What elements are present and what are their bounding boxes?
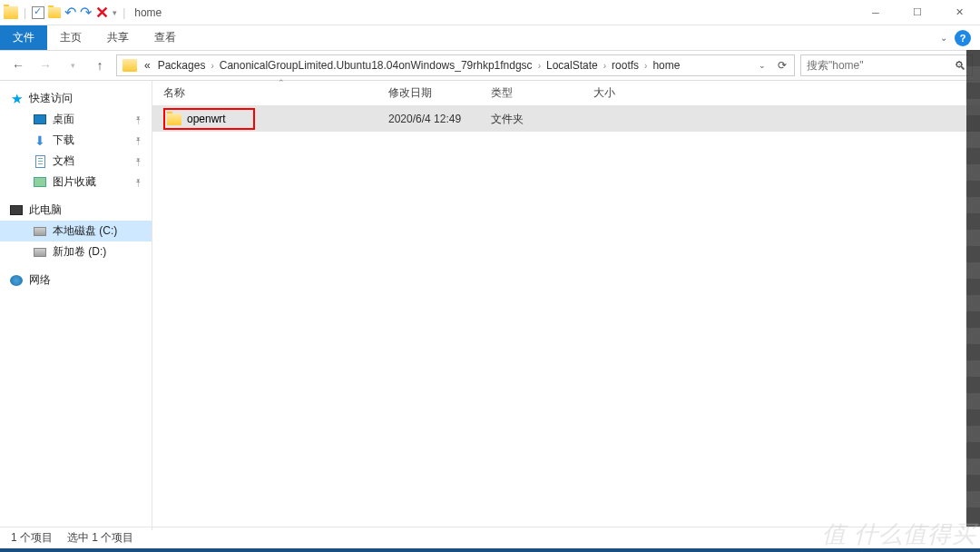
breadcrumb-prefix[interactable]: « <box>141 59 154 72</box>
network-icon <box>10 275 23 286</box>
ribbon-expand-icon[interactable]: ⌄ <box>940 33 947 43</box>
qat-undo-icon[interactable]: ↶ <box>64 4 76 21</box>
pictures-icon <box>34 177 46 187</box>
up-button[interactable]: ↑ <box>89 54 111 76</box>
qat-properties-icon[interactable] <box>32 6 44 19</box>
sidebar-label: 桌面 <box>53 112 74 127</box>
navigation-pane: ★ 快速访问 桌面 📌︎ ⬇ 下载 📌︎ 文档 📌︎ 图片收藏 📌 <box>0 81 152 530</box>
tab-file[interactable]: 文件 <box>0 25 47 50</box>
maximize-button[interactable]: ☐ <box>897 0 938 25</box>
tab-home[interactable]: 主页 <box>47 25 94 50</box>
document-icon <box>35 155 45 168</box>
chevron-right-icon[interactable]: › <box>536 61 543 71</box>
address-bar[interactable]: « Packages › CanonicalGroupLimited.Ubunt… <box>116 54 795 76</box>
status-item-count: 1 个项目 <box>11 530 53 546</box>
forward-button[interactable]: → <box>34 54 56 76</box>
column-type[interactable]: 类型 <box>491 85 593 101</box>
breadcrumb-segment[interactable]: Packages <box>154 59 210 72</box>
pin-icon: 📌︎ <box>132 133 145 147</box>
sidebar-label: 文档 <box>53 153 74 169</box>
status-selected-count: 选中 1 个项目 <box>67 530 133 546</box>
title-bar: | ↶ ↷ ✕ ▾ | home ─ ☐ ✕ <box>0 0 980 25</box>
search-box[interactable]: 🔍︎ <box>800 54 973 76</box>
column-name[interactable]: 名称 ⌃ <box>163 85 388 101</box>
sidebar-network[interactable]: 网络 <box>0 270 152 291</box>
back-button[interactable]: ← <box>7 54 29 76</box>
breadcrumb-segment[interactable]: home <box>649 59 683 72</box>
sidebar-quick-access[interactable]: ★ 快速访问 <box>0 88 152 109</box>
column-label: 修改日期 <box>388 85 432 101</box>
window-title: home <box>134 6 162 19</box>
column-headers: 名称 ⌃ 修改日期 类型 大小 <box>152 81 980 106</box>
qat-dropdown-icon[interactable]: ▾ <box>113 8 117 17</box>
search-input[interactable] <box>807 59 955 72</box>
status-bar: 1 个项目 选中 1 个项目 <box>0 527 980 548</box>
column-label: 类型 <box>491 85 513 101</box>
recent-dropdown-icon[interactable]: ▾ <box>62 54 83 76</box>
sidebar-label: 新加卷 (D:) <box>53 244 106 260</box>
sidebar-label: 图片收藏 <box>53 174 96 190</box>
app-icon <box>4 6 18 19</box>
column-label: 名称 <box>163 85 185 101</box>
file-row[interactable]: openwrt 2020/6/4 12:49 文件夹 <box>152 106 980 132</box>
file-list: openwrt 2020/6/4 12:49 文件夹 <box>152 106 980 530</box>
breadcrumb-segment[interactable]: CanonicalGroupLimited.Ubuntu18.04onWindo… <box>216 59 536 72</box>
qat-delete-icon[interactable]: ✕ <box>95 3 109 23</box>
navigation-bar: ← → ▾ ↑ « Packages › CanonicalGroupLimit… <box>0 51 980 81</box>
address-dropdown-icon[interactable]: ⌄ <box>752 55 772 75</box>
disk-icon <box>34 227 46 236</box>
help-button[interactable]: ? <box>955 30 971 46</box>
window-controls: ─ ☐ ✕ <box>855 0 980 25</box>
tab-view[interactable]: 查看 <box>142 25 189 50</box>
sidebar-label: 此电脑 <box>29 202 62 218</box>
file-name: openwrt <box>187 113 226 125</box>
sidebar-this-pc[interactable]: 此电脑 <box>0 200 152 221</box>
separator: | <box>122 6 125 19</box>
sidebar-downloads[interactable]: ⬇ 下载 📌︎ <box>0 130 152 151</box>
address-folder-icon <box>122 59 137 72</box>
file-date: 2020/6/4 12:49 <box>388 113 491 125</box>
close-button[interactable]: ✕ <box>938 0 980 25</box>
column-label: 大小 <box>593 85 615 101</box>
column-size[interactable]: 大小 <box>593 85 666 101</box>
ribbon-tabs: 文件 主页 共享 查看 ⌄ ? <box>0 25 980 51</box>
pin-icon: 📌︎ <box>132 154 145 168</box>
background-strip <box>966 50 980 527</box>
chevron-right-icon[interactable]: › <box>642 61 649 71</box>
file-type: 文件夹 <box>491 112 593 127</box>
sidebar-label: 快速访问 <box>29 91 73 106</box>
separator: | <box>24 6 26 19</box>
sidebar-local-disk[interactable]: 本地磁盘 (C:) <box>0 221 152 242</box>
disk-icon <box>34 248 46 257</box>
qat-newfolder-icon[interactable] <box>48 7 61 18</box>
quick-access-toolbar: | ↶ ↷ ✕ ▾ | home <box>0 3 165 23</box>
minimize-button[interactable]: ─ <box>855 0 897 25</box>
sidebar-pictures[interactable]: 图片收藏 📌︎ <box>0 172 152 192</box>
pin-icon: 📌︎ <box>132 113 145 126</box>
sidebar-label: 网络 <box>29 272 51 288</box>
chevron-right-icon[interactable]: › <box>209 61 215 71</box>
file-view: 名称 ⌃ 修改日期 类型 大小 openwrt 2020/6/4 12:49 文… <box>152 81 980 530</box>
pin-icon: 📌︎ <box>132 175 145 189</box>
chevron-right-icon[interactable]: › <box>602 61 608 71</box>
qat-redo-icon[interactable]: ↷ <box>80 4 92 21</box>
tab-share[interactable]: 共享 <box>94 25 142 50</box>
breadcrumb: « Packages › CanonicalGroupLimited.Ubunt… <box>141 59 683 72</box>
sort-indicator-icon: ⌃ <box>278 78 285 87</box>
sidebar-label: 下载 <box>53 133 74 148</box>
folder-icon <box>167 113 181 125</box>
star-icon: ★ <box>9 92 24 106</box>
search-icon[interactable]: 🔍︎ <box>955 59 966 73</box>
breadcrumb-segment[interactable]: rootfs <box>608 59 642 72</box>
bottom-border <box>0 548 980 552</box>
refresh-button[interactable]: ⟳ <box>772 55 792 75</box>
sidebar-new-volume[interactable]: 新加卷 (D:) <box>0 242 152 262</box>
breadcrumb-segment[interactable]: LocalState <box>543 59 602 72</box>
pc-icon <box>10 205 23 215</box>
annotation-highlight: openwrt <box>163 108 255 130</box>
column-date[interactable]: 修改日期 <box>388 85 491 101</box>
sidebar-desktop[interactable]: 桌面 📌︎ <box>0 109 152 130</box>
sidebar-label: 本地磁盘 (C:) <box>53 223 117 239</box>
download-icon: ⬇ <box>33 133 47 148</box>
sidebar-documents[interactable]: 文档 📌︎ <box>0 151 152 172</box>
